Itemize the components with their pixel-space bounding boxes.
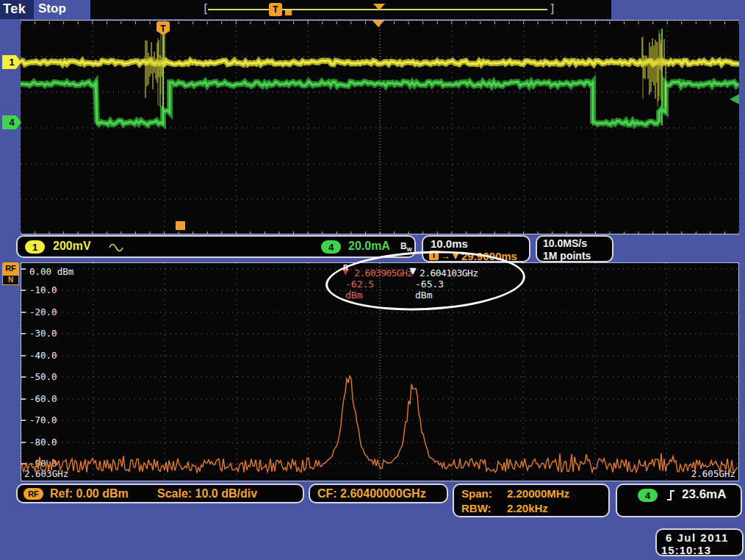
rf-trace-badge[interactable]: RF N <box>2 262 19 285</box>
channel-readout-bar[interactable]: 1 200mV 4 20.0mA Bw <box>16 235 416 258</box>
svg-text:-10.0: -10.0 <box>29 284 57 295</box>
datetime-readout: 6 Jul 2011 15:10:13 <box>655 528 744 556</box>
scope-event-square <box>176 221 185 230</box>
time-value: 15:10:13 <box>661 544 711 556</box>
svg-text:-30.0: -30.0 <box>29 328 57 339</box>
timebase-scale: 10.0ms <box>431 237 468 250</box>
svg-text:-50.0: -50.0 <box>29 371 57 382</box>
channel4-position-marker[interactable]: 4 <box>2 115 21 129</box>
rf-scale: Scale: 10.0 dB/div <box>157 487 257 500</box>
date-value: 6 Jul 2011 <box>666 531 729 544</box>
title-bar: Tek Stop [ ] T <box>0 0 745 20</box>
trigger-readout[interactable]: 4 23.6mA <box>616 484 742 517</box>
trigger-source-badge: 4 <box>638 489 658 502</box>
trigger-slope-icon <box>666 489 676 502</box>
trigger-level-arrow[interactable] <box>730 94 739 104</box>
record-expansion-marker[interactable] <box>373 4 385 10</box>
span-value: 2.20000MHz <box>507 487 569 500</box>
channel1-position-marker[interactable]: 1 <box>2 55 21 69</box>
scope-plot <box>21 21 739 235</box>
graticule-grid <box>21 21 739 235</box>
scope-graticule <box>21 20 739 234</box>
rbw-label: RBW: <box>461 502 492 514</box>
channel4-scale[interactable]: 20.0mA <box>348 240 390 253</box>
rf-badge-normal-trace: N <box>2 275 19 285</box>
channel4-badge[interactable]: 4 <box>321 240 341 254</box>
svg-text:-70.0: -70.0 <box>29 414 57 426</box>
acquisition-status[interactable]: Stop <box>38 1 66 16</box>
rf-spectrum-trace <box>22 376 738 473</box>
oscilloscope-screen: Tek Stop [ ] T T 1 4 1 200mV 4 20.0mA Bw… <box>0 0 745 560</box>
scope-expansion-marker[interactable] <box>372 21 384 27</box>
svg-text:-40.0: -40.0 <box>29 350 57 361</box>
svg-text:2.603GHz: 2.603GHz <box>24 468 68 479</box>
trigger-level-value: 23.6mA <box>682 487 726 502</box>
rf-readout-badge: RF <box>24 488 43 500</box>
svg-text:0.00 dBm: 0.00 dBm <box>29 266 73 277</box>
rf-ref-level: Ref: 0.00 dBm <box>50 487 129 500</box>
center-frequency: CF: 2.60400000GHz <box>317 487 426 500</box>
rf-badge-label: RF <box>2 262 19 275</box>
bandwidth-limit-icon: Bw <box>400 241 412 253</box>
svg-text:-80.0: -80.0 <box>29 437 57 448</box>
svg-text:-20.0: -20.0 <box>29 306 57 317</box>
svg-text:-60.0: -60.0 <box>29 393 57 404</box>
channel1-scale[interactable]: 200mV <box>53 240 91 253</box>
rf-settings-readout[interactable]: RF Ref: 0.00 dBm Scale: 10.0 dB/div <box>16 484 304 503</box>
record-marker-square <box>285 10 292 15</box>
acquisition-readout[interactable]: 10.0MS/s 1M points <box>536 235 613 262</box>
channel1-coupling-icon <box>109 243 123 253</box>
rbw-value: 2.20kHz <box>507 502 548 514</box>
sample-rate: 10.0MS/s <box>543 237 587 249</box>
span-label: Span: <box>461 487 492 500</box>
channel1-badge[interactable]: 1 <box>25 240 45 254</box>
record-window-bracket-right[interactable]: ] <box>549 1 556 15</box>
record-trigger-badge[interactable]: T <box>269 3 282 16</box>
center-frequency-readout[interactable]: CF: 2.60400000GHz <box>309 484 448 503</box>
record-length: 1M points <box>543 250 591 262</box>
record-strip: [ ] T <box>90 0 611 19</box>
span-rbw-readout[interactable]: Span: 2.20000MHz RBW: 2.20kHz <box>453 484 610 517</box>
tek-logo: Tek <box>3 1 26 17</box>
